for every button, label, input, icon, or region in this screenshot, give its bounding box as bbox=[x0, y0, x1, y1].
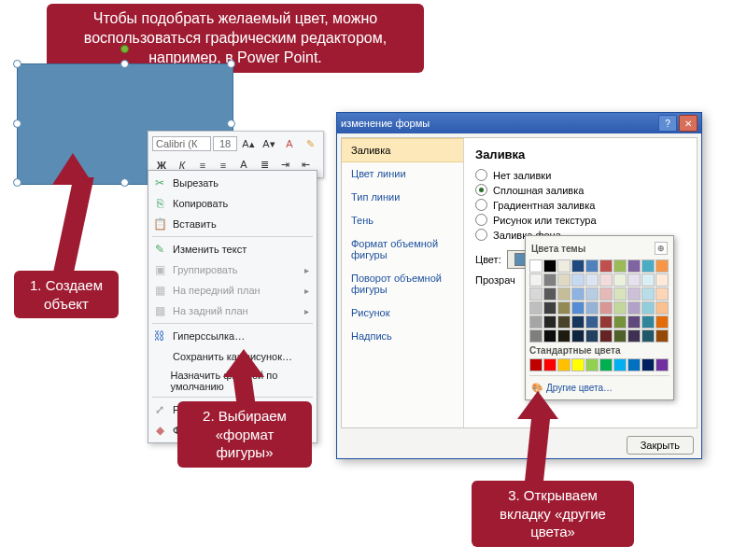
color-swatch[interactable] bbox=[641, 301, 655, 315]
color-swatch[interactable] bbox=[557, 301, 571, 315]
color-swatch[interactable] bbox=[585, 287, 599, 301]
menu-edit-text[interactable]: ✎Изменить текст bbox=[148, 239, 317, 259]
color-swatch[interactable] bbox=[529, 301, 543, 315]
color-swatch[interactable] bbox=[627, 329, 641, 343]
color-swatch[interactable] bbox=[641, 315, 655, 329]
color-swatch[interactable] bbox=[571, 315, 585, 329]
nav-line-color[interactable]: Цвет линии bbox=[342, 162, 463, 186]
color-swatch[interactable] bbox=[641, 273, 655, 287]
resize-handle[interactable] bbox=[13, 119, 21, 128]
menu-paste[interactable]: 📋Вставить bbox=[148, 214, 317, 234]
color-swatch[interactable] bbox=[599, 287, 613, 301]
color-swatch[interactable] bbox=[543, 329, 557, 343]
color-swatch[interactable] bbox=[585, 329, 599, 343]
color-swatch[interactable] bbox=[613, 273, 627, 287]
color-swatch[interactable] bbox=[613, 259, 627, 273]
color-swatch[interactable] bbox=[529, 287, 543, 301]
color-swatch[interactable] bbox=[585, 358, 599, 371]
radio-icon[interactable] bbox=[475, 184, 487, 196]
color-swatch[interactable] bbox=[599, 329, 613, 343]
resize-handle[interactable] bbox=[13, 60, 21, 68]
color-swatch[interactable] bbox=[613, 287, 627, 301]
radio-icon[interactable] bbox=[475, 214, 487, 226]
font-name-box[interactable]: Calibri (К bbox=[152, 136, 211, 151]
color-swatch[interactable] bbox=[557, 273, 571, 287]
color-swatch[interactable] bbox=[585, 273, 599, 287]
color-swatch[interactable] bbox=[599, 315, 613, 329]
pin-icon[interactable]: ⊕ bbox=[655, 242, 668, 255]
format-painter-icon[interactable]: ✎ bbox=[301, 134, 319, 153]
color-swatch[interactable] bbox=[613, 329, 627, 343]
radio-icon[interactable] bbox=[475, 199, 487, 211]
nav-fill[interactable]: Заливка bbox=[342, 138, 463, 162]
color-swatch[interactable] bbox=[641, 358, 655, 371]
color-swatch[interactable] bbox=[543, 259, 557, 273]
close-button[interactable]: ✕ bbox=[679, 115, 698, 132]
option-solid-fill[interactable]: Сплошная заливка bbox=[475, 184, 685, 196]
color-swatch[interactable] bbox=[627, 315, 641, 329]
color-swatch[interactable] bbox=[557, 358, 571, 371]
color-swatch[interactable] bbox=[655, 273, 669, 287]
color-swatch[interactable] bbox=[613, 301, 627, 315]
color-swatch[interactable] bbox=[655, 358, 669, 371]
color-swatch[interactable] bbox=[529, 315, 543, 329]
color-swatch[interactable] bbox=[655, 329, 669, 343]
color-swatch[interactable] bbox=[571, 273, 585, 287]
nav-3d-format[interactable]: Формат объемной фигуры bbox=[342, 232, 463, 267]
color-swatch[interactable] bbox=[585, 259, 599, 273]
color-swatch[interactable] bbox=[627, 358, 641, 371]
color-swatch[interactable] bbox=[529, 259, 543, 273]
nav-line-type[interactable]: Тип линии bbox=[342, 186, 463, 209]
color-swatch[interactable] bbox=[599, 259, 613, 273]
resize-handle[interactable] bbox=[227, 119, 235, 128]
grow-font-icon[interactable]: A▴ bbox=[239, 134, 258, 153]
color-swatch[interactable] bbox=[571, 301, 585, 315]
rotate-handle[interactable] bbox=[120, 45, 129, 53]
color-swatch[interactable] bbox=[543, 315, 557, 329]
color-swatch[interactable] bbox=[641, 329, 655, 343]
menu-cut[interactable]: ✂Вырезать bbox=[148, 173, 317, 193]
color-swatch[interactable] bbox=[599, 358, 613, 371]
menu-copy[interactable]: ⎘Копировать bbox=[148, 193, 317, 214]
color-swatch[interactable] bbox=[571, 329, 585, 343]
color-swatch[interactable] bbox=[571, 358, 585, 371]
color-swatch[interactable] bbox=[543, 358, 557, 371]
option-picture-fill[interactable]: Рисунок или текстура bbox=[475, 214, 685, 226]
color-swatch[interactable] bbox=[557, 329, 571, 343]
color-swatch[interactable] bbox=[599, 273, 613, 287]
color-swatch[interactable] bbox=[529, 273, 543, 287]
resize-handle[interactable] bbox=[13, 178, 21, 187]
close-dialog-button[interactable]: Закрыть bbox=[627, 436, 694, 455]
color-swatch[interactable] bbox=[641, 287, 655, 301]
color-swatch[interactable] bbox=[627, 301, 641, 315]
color-swatch[interactable] bbox=[627, 273, 641, 287]
color-swatch[interactable] bbox=[585, 315, 599, 329]
color-swatch[interactable] bbox=[613, 358, 627, 371]
option-gradient-fill[interactable]: Градиентная заливка bbox=[475, 199, 685, 211]
color-swatch[interactable] bbox=[627, 287, 641, 301]
nav-text[interactable]: Надпись bbox=[342, 325, 463, 348]
option-no-fill[interactable]: Нет заливки bbox=[475, 169, 685, 181]
color-swatch[interactable] bbox=[655, 259, 669, 273]
radio-icon[interactable] bbox=[475, 229, 487, 241]
color-swatch[interactable] bbox=[613, 315, 627, 329]
menu-hyperlink[interactable]: ⛓Гиперссылка… bbox=[148, 326, 317, 346]
resize-handle[interactable] bbox=[120, 178, 129, 187]
color-swatch[interactable] bbox=[571, 287, 585, 301]
color-swatch[interactable] bbox=[529, 358, 543, 371]
resize-handle[interactable] bbox=[227, 60, 235, 68]
color-swatch[interactable] bbox=[557, 287, 571, 301]
color-swatch[interactable] bbox=[627, 259, 641, 273]
nav-picture[interactable]: Рисунок bbox=[342, 301, 463, 325]
font-size-box[interactable]: 18 bbox=[213, 136, 237, 151]
color-swatch[interactable] bbox=[529, 329, 543, 343]
color-swatch[interactable] bbox=[571, 259, 585, 273]
radio-icon[interactable] bbox=[475, 169, 487, 181]
color-swatch[interactable] bbox=[557, 259, 571, 273]
color-swatch[interactable] bbox=[655, 315, 669, 329]
titlebar[interactable]: изменение формы ? ✕ bbox=[337, 113, 701, 133]
shrink-font-icon[interactable]: A▾ bbox=[260, 134, 278, 153]
nav-shadow[interactable]: Тень bbox=[342, 209, 463, 232]
color-swatch[interactable] bbox=[543, 301, 557, 315]
resize-handle[interactable] bbox=[120, 60, 129, 68]
